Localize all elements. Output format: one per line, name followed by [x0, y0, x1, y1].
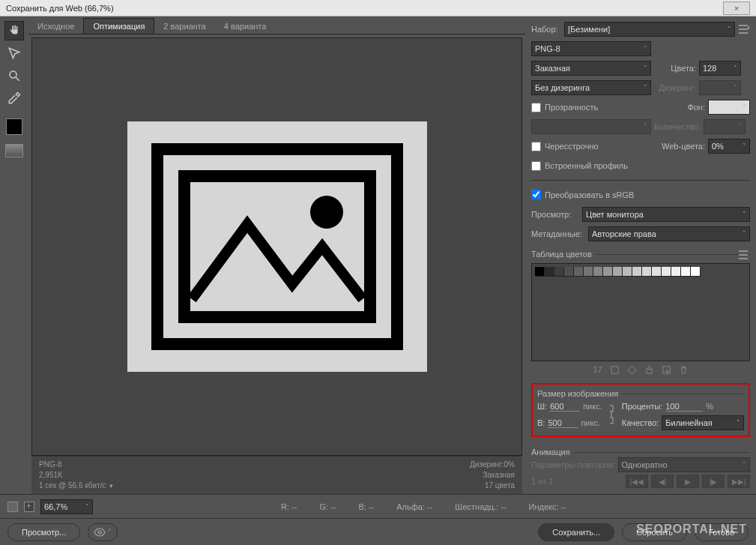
tab-2up[interactable]: 2 варианта	[154, 19, 215, 34]
image-size-title: Размер изображения	[537, 389, 623, 398]
color-swatch[interactable]	[681, 267, 691, 277]
color-swatch[interactable]	[632, 267, 642, 277]
preset-select[interactable]: [Безимени]	[564, 22, 735, 37]
close-button[interactable]: ×	[723, 1, 750, 15]
interlaced-checkbox[interactable]: Чересстрочно	[531, 142, 599, 151]
slice-options-icon-2[interactable]: +	[24, 502, 34, 512]
color-swatch[interactable]	[584, 267, 593, 277]
color-swatch[interactable]	[574, 267, 584, 277]
color-swatch[interactable]	[593, 267, 603, 277]
preview-select[interactable]: Цвет монитора	[582, 207, 750, 222]
dither-label: Дизеринг:	[654, 83, 696, 92]
cube-icon[interactable]	[610, 365, 620, 375]
foreground-color-swatch[interactable]	[6, 118, 22, 135]
tab-original[interactable]: Исходное	[28, 19, 83, 34]
color-table-toolbar: 17	[531, 364, 750, 376]
first-frame-button: |◀◀	[626, 475, 648, 488]
metadata-label: Метаданные:	[531, 229, 585, 238]
lock-icon[interactable]	[644, 365, 654, 375]
next-frame-button: |▶	[702, 475, 725, 488]
dialog-buttons: Просмотр... Сохранить... Сбросить Готово	[0, 518, 756, 545]
color-swatch[interactable]	[535, 267, 545, 277]
last-frame-button: ▶▶|	[728, 475, 750, 488]
window-title: Сохранить для Web (66,7%)	[6, 4, 114, 13]
colors-select[interactable]: 128	[699, 61, 741, 76]
embed-profile-checkbox[interactable]: Встроенный профиль	[531, 161, 628, 171]
dither-method-select[interactable]: Без дизеринга	[531, 80, 651, 95]
trash-icon[interactable]	[679, 365, 689, 375]
loop-select: Однократно	[618, 457, 750, 472]
info-bar: + 66,7% R: -- G: -- B: -- Альфа: -- Шест…	[0, 494, 756, 518]
preview-label: Просмотр:	[531, 210, 579, 219]
animation-title: Анимация	[531, 448, 575, 457]
settings-panel: Набор: [Безимени] PNG-8 Заказная Цвета: …	[525, 16, 756, 494]
svg-rect-4	[611, 367, 617, 373]
transparency-dither-select	[531, 119, 651, 134]
websnap-select[interactable]: 0%	[708, 139, 750, 154]
toggle-slices-icon[interactable]	[5, 144, 23, 157]
quality-label: Качество:	[622, 418, 659, 427]
zoom-select[interactable]: 66,7%	[40, 499, 93, 514]
speed-flyout-icon[interactable]: ▾	[109, 481, 117, 491]
transparency-checkbox[interactable]: Прозрачность	[531, 103, 598, 112]
dither-amount-select	[699, 80, 741, 95]
info-b: B: --	[358, 502, 374, 511]
convert-srgb-checkbox[interactable]: Преобразовать в sRGB	[531, 190, 634, 199]
constrain-proportions-icon[interactable]	[607, 403, 617, 427]
color-swatch[interactable]	[613, 267, 623, 277]
prev-frame-button: ◀|	[651, 475, 674, 488]
color-swatch[interactable]	[623, 267, 632, 277]
palette-select[interactable]: Заказная	[531, 61, 651, 76]
svg-point-7	[98, 531, 101, 534]
new-swatch-icon[interactable]	[662, 365, 671, 375]
status-speed: 1 сек @ 56,6 кбит/с	[39, 481, 106, 491]
preview-button[interactable]: Просмотр...	[7, 523, 80, 541]
color-swatch[interactable]	[691, 267, 701, 277]
eyedropper-tool[interactable]	[4, 88, 24, 108]
color-swatch[interactable]	[642, 267, 652, 277]
color-swatch[interactable]	[603, 267, 613, 277]
browser-preview-button[interactable]	[88, 523, 118, 541]
info-alpha: Альфа: --	[396, 502, 432, 511]
done-button[interactable]: Готово	[695, 523, 749, 541]
percent-label: Проценты:	[622, 402, 663, 411]
matte-label: Фон:	[663, 103, 705, 112]
frame-indicator: 1 из 1	[531, 477, 554, 486]
diamond-icon[interactable]	[627, 365, 637, 375]
status-palette: Заказная	[470, 470, 515, 481]
websnap-label: Web-цвета:	[662, 142, 705, 151]
status-dither: Дизеринг:0%	[470, 460, 515, 470]
tab-optimized[interactable]: Оптимизация	[83, 18, 154, 34]
format-select[interactable]: PNG-8	[531, 41, 651, 56]
svg-rect-2	[184, 176, 370, 317]
amount-label: Количество:	[654, 122, 701, 131]
matte-select[interactable]	[708, 100, 750, 115]
panel-menu-icon[interactable]	[738, 24, 750, 34]
color-count: 17	[593, 365, 602, 374]
preview-canvas[interactable]	[31, 37, 522, 456]
tab-4up[interactable]: 4 варианта	[215, 19, 276, 34]
color-swatch[interactable]	[564, 267, 574, 277]
preview-image	[127, 121, 427, 372]
color-swatch[interactable]	[554, 267, 564, 277]
amount-select	[704, 119, 746, 134]
zoom-tool[interactable]	[4, 66, 24, 85]
height-input[interactable]	[548, 418, 578, 428]
quality-select[interactable]: Билинейная	[662, 415, 744, 430]
color-swatch[interactable]	[545, 267, 554, 277]
slice-options-icon[interactable]	[7, 502, 18, 512]
color-table-menu-icon[interactable]	[738, 250, 750, 260]
color-swatch[interactable]	[662, 267, 671, 277]
metadata-select[interactable]: Авторские права	[588, 226, 750, 241]
hand-tool[interactable]	[4, 21, 24, 40]
info-r: R: --	[281, 502, 297, 511]
color-swatch[interactable]	[671, 267, 681, 277]
percent-input[interactable]	[665, 402, 703, 412]
color-swatch[interactable]	[652, 267, 662, 277]
slice-select-tool[interactable]	[4, 43, 24, 63]
cancel-button[interactable]: Сбросить	[622, 523, 687, 541]
info-index: Индекс: --	[529, 502, 566, 511]
color-table-panel	[531, 263, 750, 361]
save-button[interactable]: Сохранить...	[538, 523, 614, 541]
width-input[interactable]	[550, 402, 580, 412]
